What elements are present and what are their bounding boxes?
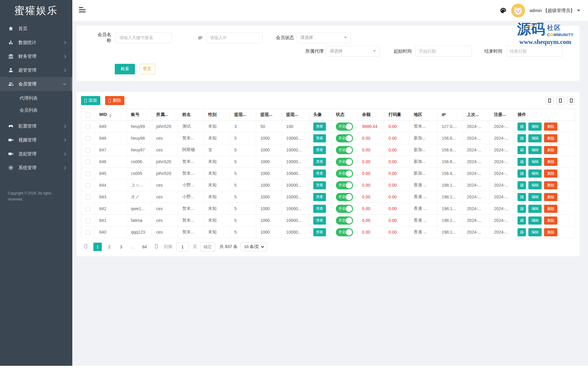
pagination-page-1[interactable]: 1 bbox=[93, 243, 102, 251]
sidebar-item-video[interactable]: 视频管理 bbox=[0, 133, 72, 147]
sidebar-item-lottery[interactable]: 彩票管理 bbox=[0, 119, 72, 133]
table-header-13[interactable]: 地区 bbox=[409, 109, 437, 121]
delete-row-button[interactable]: 删除 bbox=[544, 181, 557, 189]
user-avatar[interactable] bbox=[511, 4, 525, 17]
agent-select[interactable]: 请选择 bbox=[326, 46, 380, 57]
view-avatar-button[interactable]: 查看 bbox=[313, 228, 326, 236]
edit-button[interactable]: 编辑 bbox=[528, 181, 542, 189]
goto-confirm-button[interactable]: 确定 bbox=[200, 242, 215, 251]
per-page-select[interactable]: 10 条/页 bbox=[241, 242, 267, 251]
delete-row-button[interactable]: 删除 bbox=[544, 146, 557, 154]
reset-button[interactable]: 重置 bbox=[139, 64, 155, 74]
view-avatar-button[interactable]: 查看 bbox=[313, 158, 326, 166]
edit-button[interactable]: 编辑 bbox=[528, 123, 542, 131]
kick-button[interactable]: 踢 bbox=[518, 181, 526, 189]
member-name-input[interactable] bbox=[116, 32, 172, 43]
table-header-7[interactable]: 提现... bbox=[256, 109, 282, 121]
table-header-15[interactable]: 上次... bbox=[463, 109, 490, 121]
table-header-14[interactable]: IP bbox=[437, 109, 463, 121]
view-avatar-button[interactable]: 查看 bbox=[313, 216, 326, 225]
kick-button[interactable]: 踢 bbox=[518, 134, 526, 142]
kick-button[interactable]: 踢 bbox=[518, 216, 526, 225]
pagination-page-2[interactable]: 2 bbox=[105, 243, 114, 251]
table-header-9[interactable]: 头像 bbox=[309, 109, 331, 121]
edit-button[interactable]: 编辑 bbox=[528, 205, 542, 213]
delete-row-button[interactable]: 删除 bbox=[544, 123, 557, 131]
table-header-11[interactable]: 余额 bbox=[358, 109, 384, 121]
kick-button[interactable]: 踢 bbox=[518, 205, 526, 213]
edit-button[interactable]: 编辑 bbox=[528, 134, 542, 142]
status-toggle-on[interactable]: 开启 bbox=[336, 134, 353, 142]
toolbar-icon-button-3[interactable] bbox=[567, 97, 575, 104]
view-avatar-button[interactable]: 查看 bbox=[313, 181, 326, 189]
member-status-select[interactable]: 请选择 bbox=[296, 32, 351, 43]
row-checkbox[interactable] bbox=[86, 230, 90, 235]
kick-button[interactable]: 踢 bbox=[518, 146, 526, 154]
status-toggle-on[interactable]: 开启 bbox=[336, 193, 353, 201]
sidebar-item-home[interactable]: 首页 bbox=[0, 22, 72, 36]
status-toggle-on[interactable]: 开启 bbox=[336, 146, 353, 154]
table-header-6[interactable]: 提现... bbox=[230, 109, 256, 121]
ip-input[interactable] bbox=[206, 32, 263, 43]
pagination-page-84[interactable]: 84 bbox=[140, 243, 149, 251]
delete-row-button[interactable]: 删除 bbox=[544, 169, 557, 178]
table-header-4[interactable]: 姓名 bbox=[178, 109, 204, 121]
pagination-page-3[interactable]: 3 bbox=[117, 243, 125, 251]
delete-row-button[interactable]: 删除 bbox=[544, 216, 557, 225]
table-header-16[interactable]: 注册... bbox=[489, 109, 513, 121]
sidebar-item-stats[interactable]: 数据统计 bbox=[0, 36, 72, 49]
table-header-17[interactable]: 操作 bbox=[513, 109, 575, 121]
row-checkbox[interactable] bbox=[86, 207, 90, 211]
table-header-12[interactable]: 打码量 bbox=[384, 109, 409, 121]
table-header-2[interactable]: 账号 bbox=[127, 109, 152, 121]
row-checkbox[interactable] bbox=[86, 124, 90, 129]
kick-button[interactable]: 踢 bbox=[518, 228, 526, 236]
row-checkbox[interactable] bbox=[86, 218, 90, 223]
row-checkbox[interactable] bbox=[86, 195, 90, 200]
delete-row-button[interactable]: 删除 bbox=[544, 205, 557, 213]
pagination-next[interactable] bbox=[152, 243, 161, 251]
view-avatar-button[interactable]: 查看 bbox=[313, 169, 326, 178]
sidebar-item-system[interactable]: 系统管理 bbox=[0, 161, 72, 175]
sidebar-item-finance[interactable]: 财务管理 bbox=[0, 49, 72, 63]
edit-button[interactable]: 编辑 bbox=[528, 216, 542, 225]
table-header-8[interactable]: 提现... bbox=[282, 109, 309, 121]
edit-button[interactable]: 编辑 bbox=[528, 146, 542, 154]
delete-row-button[interactable]: 删除 bbox=[544, 228, 557, 236]
kick-button[interactable]: 踢 bbox=[518, 193, 526, 201]
delete-button[interactable]: 删除 bbox=[105, 96, 124, 105]
start-date-input[interactable] bbox=[415, 46, 472, 57]
edit-button[interactable]: 编辑 bbox=[528, 158, 542, 166]
add-button[interactable]: 添加 bbox=[81, 96, 100, 105]
sidebar-item-members[interactable]: 会员管理 bbox=[0, 77, 72, 91]
search-button[interactable]: 检索 bbox=[115, 64, 135, 74]
sidebar-item-concubine[interactable]: 选妃管理 bbox=[0, 147, 72, 161]
view-avatar-button[interactable]: 查看 bbox=[313, 123, 326, 131]
delete-row-button[interactable]: 删除 bbox=[544, 193, 557, 201]
status-toggle-on[interactable]: 开启 bbox=[336, 205, 353, 213]
user-menu[interactable]: admin 【超级管理员】 bbox=[530, 8, 580, 14]
row-checkbox[interactable] bbox=[86, 136, 90, 141]
row-checkbox[interactable] bbox=[86, 183, 90, 188]
toolbar-icon-button-2[interactable] bbox=[556, 97, 564, 104]
edit-button[interactable]: 编辑 bbox=[528, 228, 542, 236]
toolbar-icon-button-1[interactable] bbox=[546, 97, 553, 104]
table-header-10[interactable]: 状态 bbox=[332, 109, 358, 121]
kick-button[interactable]: 踢 bbox=[518, 158, 526, 166]
kick-button[interactable]: 踢 bbox=[518, 169, 526, 178]
row-checkbox[interactable] bbox=[86, 171, 90, 176]
row-checkbox[interactable] bbox=[86, 148, 90, 153]
edit-button[interactable]: 编辑 bbox=[528, 193, 542, 201]
sort-icon[interactable] bbox=[109, 114, 111, 118]
hamburger-menu-icon[interactable] bbox=[79, 7, 86, 14]
pagination-prev[interactable] bbox=[82, 243, 90, 251]
status-toggle-on[interactable]: 开启 bbox=[336, 123, 353, 131]
kick-button[interactable]: 踢 bbox=[518, 123, 526, 131]
sidebar-subitem-agent-list[interactable]: 代理列表 bbox=[0, 92, 72, 104]
table-header-5[interactable]: 性别 bbox=[204, 109, 230, 121]
view-avatar-button[interactable]: 查看 bbox=[313, 134, 326, 142]
view-avatar-button[interactable]: 查看 bbox=[313, 193, 326, 201]
status-toggle-on[interactable]: 开启 bbox=[336, 228, 353, 236]
status-toggle-on[interactable]: 开启 bbox=[336, 216, 353, 225]
theme-palette-icon[interactable] bbox=[499, 7, 507, 14]
